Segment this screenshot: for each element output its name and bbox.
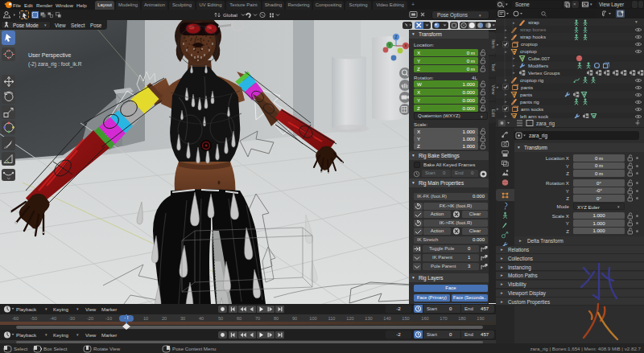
svg-text:80: 80 bbox=[274, 316, 279, 321]
svg-text:60: 60 bbox=[237, 316, 242, 321]
svg-text:-40: -40 bbox=[50, 316, 56, 321]
svg-text:-20: -20 bbox=[87, 316, 93, 321]
svg-text:20: 20 bbox=[162, 316, 167, 321]
svg-text:160: 160 bbox=[421, 316, 428, 321]
svg-text:(-2) zara_rig : foot_ik.R: (-2) zara_rig : foot_ik.R bbox=[28, 61, 82, 68]
svg-text:zara_rig: zara_rig bbox=[536, 121, 555, 127]
svg-text:-50: -50 bbox=[31, 316, 37, 321]
svg-text:170: 170 bbox=[440, 316, 447, 321]
svg-text:-10: -10 bbox=[105, 316, 112, 321]
svg-text:130: 130 bbox=[365, 316, 372, 321]
svg-text:110: 110 bbox=[328, 316, 336, 321]
svg-text:40: 40 bbox=[199, 316, 204, 321]
svg-text:-60: -60 bbox=[12, 316, 19, 321]
svg-text:-30: -30 bbox=[68, 316, 75, 321]
svg-text:Global: Global bbox=[223, 12, 237, 18]
svg-text:30: 30 bbox=[180, 316, 185, 321]
svg-text:User Perspective: User Perspective bbox=[28, 52, 71, 59]
svg-text:180: 180 bbox=[458, 316, 465, 321]
svg-text:150: 150 bbox=[402, 316, 409, 321]
svg-text:190: 190 bbox=[477, 316, 484, 321]
svg-text:100: 100 bbox=[309, 316, 316, 321]
svg-text:90: 90 bbox=[292, 316, 297, 321]
svg-text:zara_rig: zara_rig bbox=[529, 133, 548, 139]
svg-text:50: 50 bbox=[218, 316, 223, 321]
svg-text:10: 10 bbox=[143, 316, 148, 321]
svg-text:120: 120 bbox=[346, 316, 353, 321]
svg-text:Z: Z bbox=[394, 35, 397, 39]
svg-text:70: 70 bbox=[255, 316, 260, 321]
svg-text:140: 140 bbox=[383, 316, 390, 321]
